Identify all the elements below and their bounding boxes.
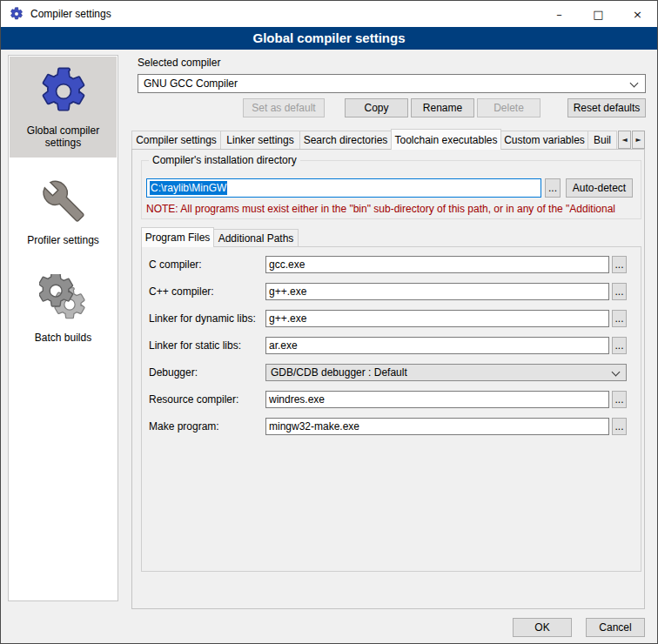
selected-path-text: C:\raylib\MinGW [150, 181, 227, 195]
field-row-static-linker: Linker for static libs: ... [149, 336, 627, 355]
debugger-select-value: GDB/CDB debugger : Default [271, 366, 407, 379]
tab-scroll-left-icon[interactable]: ◄ [618, 131, 631, 149]
browse-directory-button[interactable]: ... [545, 178, 561, 198]
auto-detect-button[interactable]: Auto-detect [566, 178, 633, 198]
sidebar-item-profiler-settings[interactable]: Profiler settings [10, 166, 117, 255]
toolchain-panel: Compiler's installation directory C:\ray… [131, 149, 645, 609]
main-content: Selected compiler GNU GCC Compiler Set a… [127, 55, 652, 612]
tab-linker-settings[interactable]: Linker settings [220, 131, 300, 149]
c-compiler-input[interactable] [265, 256, 609, 273]
make-program-input[interactable] [265, 418, 609, 435]
dynamic-linker-label: Linker for dynamic libs: [149, 312, 265, 325]
bin-subdirectory-note: NOTE: All programs must exist either in … [146, 203, 639, 215]
program-files-panel: C compiler: ... C++ compiler: ... Linker… [141, 246, 641, 572]
sidebar-item-label: Batch builds [11, 332, 115, 344]
minimize-icon[interactable]: – [540, 1, 579, 27]
cpp-compiler-label: C++ compiler: [149, 285, 265, 298]
static-linker-label: Linker for static libs: [149, 339, 265, 352]
tab-custom-variables[interactable]: Custom variables [500, 131, 588, 149]
rename-button[interactable]: Rename [411, 98, 474, 117]
make-program-label: Make program: [149, 420, 265, 433]
set-as-default-button: Set as default [243, 98, 325, 117]
resource-compiler-label: Resource compiler: [149, 393, 265, 406]
compiler-select[interactable]: GNU GCC Compiler [138, 74, 646, 93]
resource-compiler-input[interactable] [265, 391, 609, 408]
page-title: Global compiler settings [1, 27, 657, 50]
tab-toolchain-executables[interactable]: Toolchain executables [391, 129, 501, 150]
debugger-select[interactable]: GDB/CDB debugger : Default [265, 364, 627, 381]
browse-c-compiler-button[interactable]: ... [612, 256, 627, 273]
reset-defaults-button[interactable]: Reset defaults [567, 98, 646, 117]
cpp-compiler-input[interactable] [265, 283, 609, 300]
field-row-resource-compiler: Resource compiler: ... [149, 390, 627, 409]
compiler-actions: Set as default Copy Rename Delete Reset … [127, 98, 646, 117]
debugger-label: Debugger: [149, 366, 265, 379]
close-icon[interactable]: × [618, 1, 657, 27]
sidebar-item-label: Global compiler settings [11, 124, 115, 149]
sidebar-item-batch-builds[interactable]: Batch builds [10, 264, 117, 352]
field-row-cpp-compiler: C++ compiler: ... [149, 282, 627, 301]
ok-button[interactable]: OK [513, 618, 572, 637]
c-compiler-label: C compiler: [149, 258, 265, 271]
titlebar: Compiler settings – □ × [1, 1, 657, 27]
window-controls: – □ × [540, 1, 657, 27]
installation-directory-input[interactable]: C:\raylib\MinGW [146, 178, 541, 198]
browse-make-program-button[interactable]: ... [612, 418, 627, 435]
browse-resource-compiler-button[interactable]: ... [612, 391, 627, 408]
field-row-dynamic-linker: Linker for dynamic libs: ... [149, 309, 627, 328]
field-row-c-compiler: C compiler: ... [149, 255, 627, 274]
sidebar-item-global-compiler-settings[interactable]: Global compiler settings [10, 57, 117, 158]
static-linker-input[interactable] [265, 337, 609, 354]
tab-search-directories[interactable]: Search directories [299, 131, 392, 149]
selected-compiler-label: Selected compiler [138, 57, 220, 69]
settings-sidebar: Global compiler settings Profiler settin… [8, 55, 118, 601]
gray-gears-icon [11, 271, 115, 326]
tab-build-options[interactable]: Buil [588, 131, 617, 149]
delete-button: Delete [477, 98, 540, 117]
tab-bar: Compiler settings Linker settings Search… [131, 129, 645, 149]
dynamic-linker-input[interactable] [265, 310, 609, 327]
compiler-select-value: GNU GCC Compiler [144, 77, 238, 90]
browse-static-linker-button[interactable]: ... [612, 337, 627, 354]
cancel-button[interactable]: Cancel [586, 618, 645, 637]
tab-compiler-settings[interactable]: Compiler settings [131, 131, 221, 149]
chevron-down-icon [630, 79, 639, 88]
subtab-bar: Program Files Additional Paths [141, 227, 299, 246]
maximize-icon[interactable]: □ [579, 1, 618, 27]
installation-directory-label: Compiler's installation directory [149, 154, 300, 166]
window-gear-icon [10, 7, 24, 21]
browse-dynamic-linker-button[interactable]: ... [612, 310, 627, 327]
field-row-make-program: Make program: ... [149, 417, 627, 436]
window-title: Compiler settings [30, 8, 111, 20]
blue-gear-icon [11, 64, 115, 119]
copy-button[interactable]: Copy [345, 98, 408, 117]
installation-directory-group: Compiler's installation directory C:\ray… [141, 160, 641, 219]
subtab-additional-paths[interactable]: Additional Paths [213, 229, 299, 246]
chevron-down-icon [612, 368, 621, 377]
browse-cpp-compiler-button[interactable]: ... [612, 283, 627, 300]
tab-scroll-right-icon[interactable]: ► [632, 131, 645, 149]
compiler-settings-dialog: Compiler settings – □ × Global compiler … [0, 0, 658, 644]
field-row-debugger: Debugger: GDB/CDB debugger : Default [149, 363, 627, 382]
wrench-icon [11, 173, 115, 229]
subtab-program-files[interactable]: Program Files [141, 227, 214, 247]
sidebar-item-label: Profiler settings [11, 234, 115, 246]
